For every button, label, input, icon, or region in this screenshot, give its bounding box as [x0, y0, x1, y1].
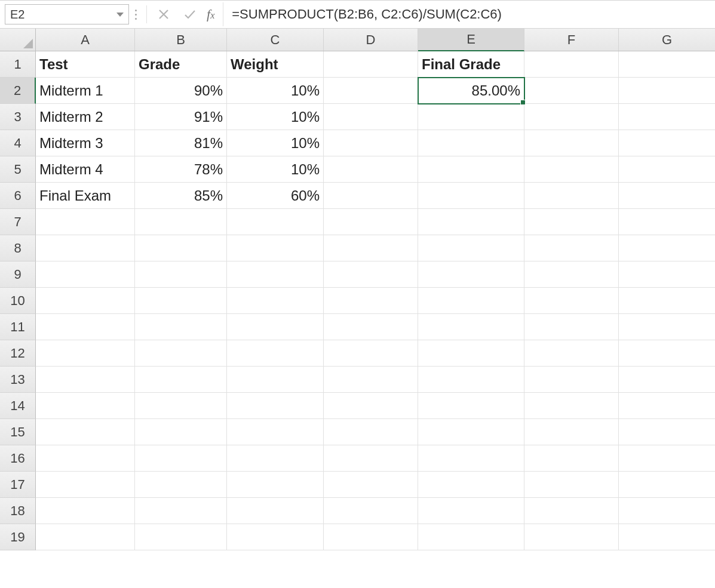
- cell-D9[interactable]: [324, 261, 418, 288]
- cell-A1[interactable]: Test: [36, 51, 135, 78]
- cell-B14[interactable]: [135, 393, 227, 419]
- cell-D15[interactable]: [324, 419, 418, 445]
- row-header-11[interactable]: 11: [0, 314, 36, 340]
- cell-D10[interactable]: [324, 288, 418, 314]
- row-header-16[interactable]: 16: [0, 445, 36, 472]
- cell-E19[interactable]: [418, 524, 524, 550]
- cell-A4[interactable]: Midterm 3: [36, 130, 135, 156]
- cell-C15[interactable]: [227, 419, 324, 445]
- cell-D5[interactable]: [324, 156, 418, 183]
- cell-G5[interactable]: [619, 156, 715, 183]
- formula-input[interactable]: [223, 2, 713, 26]
- cell-F19[interactable]: [524, 524, 619, 550]
- row-header-8[interactable]: 8: [0, 235, 36, 261]
- row-header-10[interactable]: 10: [0, 288, 36, 314]
- cell-C9[interactable]: [227, 261, 324, 288]
- cell-F2[interactable]: [524, 78, 619, 104]
- cell-D8[interactable]: [324, 235, 418, 261]
- cell-B2[interactable]: 90%: [135, 78, 227, 104]
- row-header-6[interactable]: 6: [0, 183, 36, 209]
- cell-D12[interactable]: [324, 340, 418, 367]
- cell-B8[interactable]: [135, 235, 227, 261]
- cell-E3[interactable]: [418, 104, 524, 130]
- cell-E9[interactable]: [418, 261, 524, 288]
- row-header-12[interactable]: 12: [0, 340, 36, 367]
- cell-A10[interactable]: [36, 288, 135, 314]
- cell-G7[interactable]: [619, 209, 715, 235]
- cell-D19[interactable]: [324, 524, 418, 550]
- cell-C14[interactable]: [227, 393, 324, 419]
- cell-E6[interactable]: [418, 183, 524, 209]
- cell-G3[interactable]: [619, 104, 715, 130]
- cell-A16[interactable]: [36, 445, 135, 472]
- cell-F15[interactable]: [524, 419, 619, 445]
- cell-F3[interactable]: [524, 104, 619, 130]
- cell-F10[interactable]: [524, 288, 619, 314]
- cell-F5[interactable]: [524, 156, 619, 183]
- cell-C13[interactable]: [227, 367, 324, 393]
- cell-E14[interactable]: [418, 393, 524, 419]
- cell-E4[interactable]: [418, 130, 524, 156]
- cell-F7[interactable]: [524, 209, 619, 235]
- cell-E8[interactable]: [418, 235, 524, 261]
- cell-B19[interactable]: [135, 524, 227, 550]
- name-box-dropdown-icon[interactable]: [116, 13, 124, 17]
- cell-B15[interactable]: [135, 419, 227, 445]
- cell-F13[interactable]: [524, 367, 619, 393]
- name-box[interactable]: E2: [5, 4, 129, 24]
- cell-G4[interactable]: [619, 130, 715, 156]
- row-header-3[interactable]: 3: [0, 104, 36, 130]
- cell-G17[interactable]: [619, 472, 715, 498]
- cell-E5[interactable]: [418, 156, 524, 183]
- cell-E7[interactable]: [418, 209, 524, 235]
- cell-C10[interactable]: [227, 288, 324, 314]
- row-header-2[interactable]: 2: [0, 78, 36, 104]
- cell-G12[interactable]: [619, 340, 715, 367]
- enter-button[interactable]: [177, 2, 203, 26]
- cell-C3[interactable]: 10%: [227, 104, 324, 130]
- cell-B3[interactable]: 91%: [135, 104, 227, 130]
- cell-E12[interactable]: [418, 340, 524, 367]
- cell-C2[interactable]: 10%: [227, 78, 324, 104]
- select-all-corner[interactable]: [0, 29, 36, 51]
- row-header-18[interactable]: 18: [0, 498, 36, 524]
- cell-B1[interactable]: Grade: [135, 51, 227, 78]
- resize-handle-icon[interactable]: [129, 10, 143, 20]
- cell-D13[interactable]: [324, 367, 418, 393]
- cell-C12[interactable]: [227, 340, 324, 367]
- cell-D2[interactable]: [324, 78, 418, 104]
- cell-E17[interactable]: [418, 472, 524, 498]
- cell-E13[interactable]: [418, 367, 524, 393]
- row-header-14[interactable]: 14: [0, 393, 36, 419]
- cell-F14[interactable]: [524, 393, 619, 419]
- cell-A18[interactable]: [36, 498, 135, 524]
- cell-C6[interactable]: 60%: [227, 183, 324, 209]
- cell-F6[interactable]: [524, 183, 619, 209]
- col-header-B[interactable]: B: [135, 29, 227, 51]
- cell-B13[interactable]: [135, 367, 227, 393]
- fx-icon[interactable]: fx: [203, 7, 223, 22]
- cell-B5[interactable]: 78%: [135, 156, 227, 183]
- cell-F11[interactable]: [524, 314, 619, 340]
- cell-D1[interactable]: [324, 51, 418, 78]
- cell-B11[interactable]: [135, 314, 227, 340]
- cell-E16[interactable]: [418, 445, 524, 472]
- cell-G2[interactable]: [619, 78, 715, 104]
- cell-A9[interactable]: [36, 261, 135, 288]
- col-header-F[interactable]: F: [524, 29, 619, 51]
- cell-E2[interactable]: 85.00%: [418, 78, 524, 104]
- cell-D16[interactable]: [324, 445, 418, 472]
- cell-G10[interactable]: [619, 288, 715, 314]
- cell-E18[interactable]: [418, 498, 524, 524]
- cell-A3[interactable]: Midterm 2: [36, 104, 135, 130]
- cell-C1[interactable]: Weight: [227, 51, 324, 78]
- row-header-7[interactable]: 7: [0, 209, 36, 235]
- cancel-button[interactable]: [151, 2, 177, 26]
- cell-C11[interactable]: [227, 314, 324, 340]
- cell-D3[interactable]: [324, 104, 418, 130]
- cell-A17[interactable]: [36, 472, 135, 498]
- cell-A6[interactable]: Final Exam: [36, 183, 135, 209]
- cell-A8[interactable]: [36, 235, 135, 261]
- cell-D18[interactable]: [324, 498, 418, 524]
- cell-E15[interactable]: [418, 419, 524, 445]
